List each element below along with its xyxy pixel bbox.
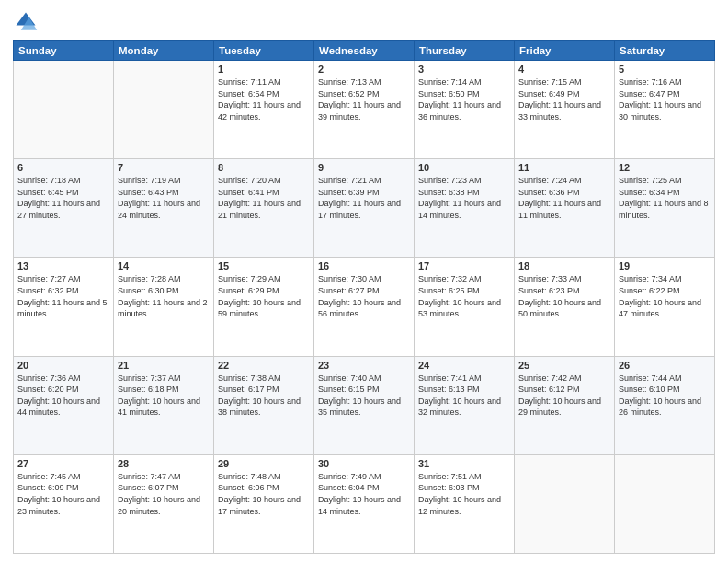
day-number: 26 bbox=[619, 360, 711, 371]
calendar-cell: 18Sunrise: 7:33 AMSunset: 6:23 PMDayligh… bbox=[515, 258, 615, 356]
day-number: 5 bbox=[619, 63, 711, 75]
day-detail: Sunrise: 7:41 AMSunset: 6:13 PMDaylight:… bbox=[418, 373, 510, 419]
calendar-cell: 20Sunrise: 7:36 AMSunset: 6:20 PMDayligh… bbox=[14, 356, 114, 454]
calendar-cell: 13Sunrise: 7:27 AMSunset: 6:32 PMDayligh… bbox=[14, 258, 114, 356]
day-number: 28 bbox=[118, 458, 210, 469]
day-detail: Sunrise: 7:42 AMSunset: 6:12 PMDaylight:… bbox=[518, 373, 610, 419]
day-number: 27 bbox=[17, 458, 109, 469]
day-number: 18 bbox=[518, 260, 610, 271]
day-number: 21 bbox=[118, 360, 210, 371]
page: SundayMondayTuesdayWednesdayThursdayFrid… bbox=[0, 0, 728, 563]
day-detail: Sunrise: 7:37 AMSunset: 6:18 PMDaylight:… bbox=[118, 373, 210, 419]
day-detail: Sunrise: 7:34 AMSunset: 6:22 PMDaylight:… bbox=[619, 273, 711, 319]
day-number: 2 bbox=[318, 63, 410, 75]
day-detail: Sunrise: 7:44 AMSunset: 6:10 PMDaylight:… bbox=[619, 373, 711, 419]
day-detail: Sunrise: 7:33 AMSunset: 6:23 PMDaylight:… bbox=[518, 273, 610, 319]
day-detail: Sunrise: 7:51 AMSunset: 6:03 PMDaylight:… bbox=[418, 471, 510, 517]
day-number: 9 bbox=[318, 162, 410, 173]
calendar-cell: 7Sunrise: 7:19 AMSunset: 6:43 PMDaylight… bbox=[114, 159, 214, 258]
day-detail: Sunrise: 7:49 AMSunset: 6:04 PMDaylight:… bbox=[318, 471, 410, 517]
calendar-cell: 19Sunrise: 7:34 AMSunset: 6:22 PMDayligh… bbox=[615, 258, 715, 356]
calendar: SundayMondayTuesdayWednesdayThursdayFrid… bbox=[13, 40, 715, 554]
day-number: 7 bbox=[118, 162, 210, 173]
day-number: 13 bbox=[17, 260, 109, 271]
day-number: 12 bbox=[619, 162, 711, 173]
day-detail: Sunrise: 7:40 AMSunset: 6:15 PMDaylight:… bbox=[318, 373, 410, 419]
calendar-cell: 5Sunrise: 7:16 AMSunset: 6:47 PMDaylight… bbox=[615, 61, 715, 159]
calendar-cell bbox=[615, 454, 715, 553]
calendar-cell: 26Sunrise: 7:44 AMSunset: 6:10 PMDayligh… bbox=[615, 356, 715, 454]
day-number: 15 bbox=[218, 260, 310, 271]
day-number: 11 bbox=[518, 162, 610, 173]
calendar-cell: 4Sunrise: 7:15 AMSunset: 6:49 PMDaylight… bbox=[515, 61, 615, 159]
calendar-cell: 30Sunrise: 7:49 AMSunset: 6:04 PMDayligh… bbox=[314, 454, 415, 553]
day-detail: Sunrise: 7:14 AMSunset: 6:50 PMDaylight:… bbox=[418, 76, 510, 122]
calendar-cell: 27Sunrise: 7:45 AMSunset: 6:09 PMDayligh… bbox=[14, 454, 114, 553]
calendar-cell: 10Sunrise: 7:23 AMSunset: 6:38 PMDayligh… bbox=[415, 159, 515, 258]
day-detail: Sunrise: 7:30 AMSunset: 6:27 PMDaylight:… bbox=[318, 273, 410, 319]
day-detail: Sunrise: 7:23 AMSunset: 6:38 PMDaylight:… bbox=[418, 175, 510, 221]
day-of-week-monday: Monday bbox=[114, 41, 214, 61]
calendar-week-2: 6Sunrise: 7:18 AMSunset: 6:45 PMDaylight… bbox=[14, 159, 715, 258]
calendar-cell: 23Sunrise: 7:40 AMSunset: 6:15 PMDayligh… bbox=[314, 356, 415, 454]
day-detail: Sunrise: 7:36 AMSunset: 6:20 PMDaylight:… bbox=[17, 373, 109, 419]
day-detail: Sunrise: 7:48 AMSunset: 6:06 PMDaylight:… bbox=[218, 471, 310, 517]
day-detail: Sunrise: 7:19 AMSunset: 6:43 PMDaylight:… bbox=[118, 175, 210, 221]
calendar-cell: 11Sunrise: 7:24 AMSunset: 6:36 PMDayligh… bbox=[515, 159, 615, 258]
calendar-cell: 6Sunrise: 7:18 AMSunset: 6:45 PMDaylight… bbox=[14, 159, 114, 258]
day-detail: Sunrise: 7:27 AMSunset: 6:32 PMDaylight:… bbox=[17, 273, 109, 319]
day-detail: Sunrise: 7:13 AMSunset: 6:52 PMDaylight:… bbox=[318, 76, 410, 122]
day-detail: Sunrise: 7:38 AMSunset: 6:17 PMDaylight:… bbox=[218, 373, 310, 419]
day-of-week-tuesday: Tuesday bbox=[214, 41, 314, 61]
calendar-header-row: SundayMondayTuesdayWednesdayThursdayFrid… bbox=[14, 41, 715, 61]
day-detail: Sunrise: 7:32 AMSunset: 6:25 PMDaylight:… bbox=[418, 273, 510, 319]
calendar-cell bbox=[515, 454, 615, 553]
calendar-cell: 24Sunrise: 7:41 AMSunset: 6:13 PMDayligh… bbox=[415, 356, 515, 454]
calendar-cell: 22Sunrise: 7:38 AMSunset: 6:17 PMDayligh… bbox=[214, 356, 314, 454]
day-detail: Sunrise: 7:29 AMSunset: 6:29 PMDaylight:… bbox=[218, 273, 310, 319]
logo-icon bbox=[13, 9, 39, 35]
day-detail: Sunrise: 7:20 AMSunset: 6:41 PMDaylight:… bbox=[218, 175, 310, 221]
day-number: 1 bbox=[218, 63, 310, 75]
calendar-cell: 17Sunrise: 7:32 AMSunset: 6:25 PMDayligh… bbox=[415, 258, 515, 356]
calendar-cell: 1Sunrise: 7:11 AMSunset: 6:54 PMDaylight… bbox=[214, 61, 314, 159]
day-of-week-friday: Friday bbox=[515, 41, 615, 61]
calendar-week-5: 27Sunrise: 7:45 AMSunset: 6:09 PMDayligh… bbox=[14, 454, 715, 553]
calendar-cell: 31Sunrise: 7:51 AMSunset: 6:03 PMDayligh… bbox=[415, 454, 515, 553]
day-detail: Sunrise: 7:11 AMSunset: 6:54 PMDaylight:… bbox=[218, 76, 310, 122]
day-detail: Sunrise: 7:45 AMSunset: 6:09 PMDaylight:… bbox=[17, 471, 109, 517]
day-number: 31 bbox=[418, 458, 510, 469]
calendar-cell bbox=[14, 61, 114, 159]
day-number: 4 bbox=[518, 63, 610, 75]
day-of-week-wednesday: Wednesday bbox=[314, 41, 415, 61]
day-detail: Sunrise: 7:25 AMSunset: 6:34 PMDaylight:… bbox=[619, 175, 711, 221]
day-detail: Sunrise: 7:24 AMSunset: 6:36 PMDaylight:… bbox=[518, 175, 610, 221]
calendar-cell: 8Sunrise: 7:20 AMSunset: 6:41 PMDaylight… bbox=[214, 159, 314, 258]
day-number: 19 bbox=[619, 260, 711, 271]
calendar-cell: 2Sunrise: 7:13 AMSunset: 6:52 PMDaylight… bbox=[314, 61, 415, 159]
calendar-cell: 28Sunrise: 7:47 AMSunset: 6:07 PMDayligh… bbox=[114, 454, 214, 553]
day-detail: Sunrise: 7:21 AMSunset: 6:39 PMDaylight:… bbox=[318, 175, 410, 221]
calendar-cell: 16Sunrise: 7:30 AMSunset: 6:27 PMDayligh… bbox=[314, 258, 415, 356]
calendar-cell: 15Sunrise: 7:29 AMSunset: 6:29 PMDayligh… bbox=[214, 258, 314, 356]
day-detail: Sunrise: 7:47 AMSunset: 6:07 PMDaylight:… bbox=[118, 471, 210, 517]
day-number: 16 bbox=[318, 260, 410, 271]
day-number: 17 bbox=[418, 260, 510, 271]
day-detail: Sunrise: 7:15 AMSunset: 6:49 PMDaylight:… bbox=[518, 76, 610, 122]
day-number: 25 bbox=[518, 360, 610, 371]
calendar-cell bbox=[114, 61, 214, 159]
day-number: 10 bbox=[418, 162, 510, 173]
day-number: 20 bbox=[17, 360, 109, 371]
day-number: 8 bbox=[218, 162, 310, 173]
calendar-cell: 12Sunrise: 7:25 AMSunset: 6:34 PMDayligh… bbox=[615, 159, 715, 258]
day-detail: Sunrise: 7:28 AMSunset: 6:30 PMDaylight:… bbox=[118, 273, 210, 319]
calendar-week-4: 20Sunrise: 7:36 AMSunset: 6:20 PMDayligh… bbox=[14, 356, 715, 454]
calendar-cell: 29Sunrise: 7:48 AMSunset: 6:06 PMDayligh… bbox=[214, 454, 314, 553]
day-detail: Sunrise: 7:18 AMSunset: 6:45 PMDaylight:… bbox=[17, 175, 109, 221]
day-number: 24 bbox=[418, 360, 510, 371]
calendar-cell: 14Sunrise: 7:28 AMSunset: 6:30 PMDayligh… bbox=[114, 258, 214, 356]
day-number: 3 bbox=[418, 63, 510, 75]
day-number: 23 bbox=[318, 360, 410, 371]
calendar-cell: 3Sunrise: 7:14 AMSunset: 6:50 PMDaylight… bbox=[415, 61, 515, 159]
day-of-week-saturday: Saturday bbox=[615, 41, 715, 61]
